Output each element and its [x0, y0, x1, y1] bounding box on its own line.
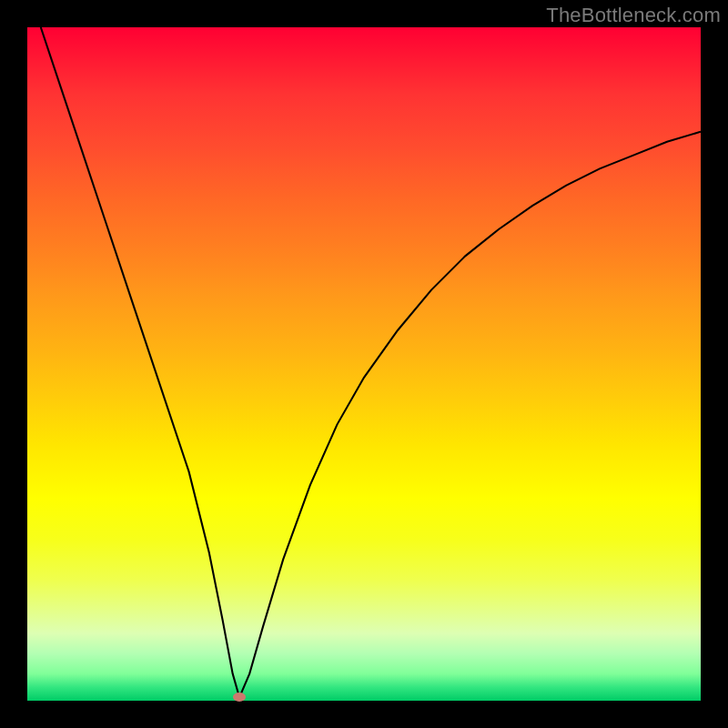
- chart-container: TheBottleneck.com: [0, 0, 728, 728]
- minimum-marker: [233, 693, 246, 702]
- bottleneck-curve: [27, 27, 701, 701]
- watermark-text: TheBottleneck.com: [546, 4, 721, 27]
- plot-area: [27, 27, 701, 701]
